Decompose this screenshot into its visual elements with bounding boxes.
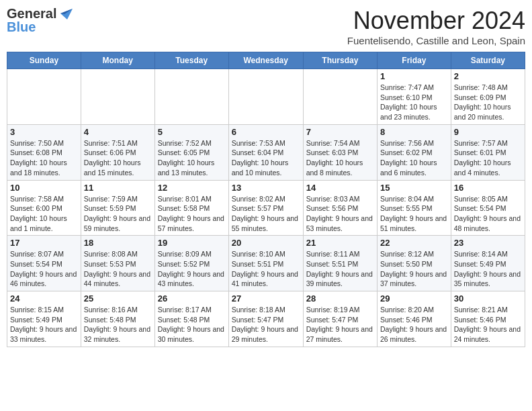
calendar-cell: 13Sunrise: 8:02 AM Sunset: 5:57 PM Dayli… — [228, 180, 303, 236]
calendar-week-row: 1Sunrise: 7:47 AM Sunset: 6:10 PM Daylig… — [7, 69, 525, 125]
calendar-cell — [154, 69, 228, 125]
calendar-cell — [7, 69, 81, 125]
day-number: 23 — [454, 238, 522, 248]
day-info: Sunrise: 8:16 AM Sunset: 5:48 PM Dayligh… — [84, 305, 152, 345]
day-number: 19 — [158, 238, 226, 248]
day-info: Sunrise: 7:48 AM Sunset: 6:09 PM Dayligh… — [454, 83, 522, 122]
day-info: Sunrise: 8:15 AM Sunset: 5:49 PM Dayligh… — [10, 305, 78, 345]
day-of-week-header: Friday — [377, 52, 451, 69]
day-number: 27 — [232, 293, 300, 304]
day-number: 3 — [10, 127, 78, 137]
month-title: November 2024 — [347, 7, 525, 35]
calendar-cell — [303, 69, 377, 125]
day-of-week-header: Monday — [81, 52, 154, 69]
day-info: Sunrise: 7:51 AM Sunset: 6:06 PM Dayligh… — [84, 138, 152, 178]
calendar-cell: 27Sunrise: 8:18 AM Sunset: 5:47 PM Dayli… — [228, 291, 303, 347]
day-info: Sunrise: 8:20 AM Sunset: 5:46 PM Dayligh… — [380, 305, 448, 345]
day-number: 17 — [10, 238, 78, 248]
calendar-week-row: 17Sunrise: 8:07 AM Sunset: 5:54 PM Dayli… — [7, 236, 525, 291]
calendar-cell: 16Sunrise: 8:05 AM Sunset: 5:54 PM Dayli… — [451, 180, 525, 236]
day-info: Sunrise: 8:09 AM Sunset: 5:52 PM Dayligh… — [158, 249, 226, 289]
day-number: 21 — [306, 238, 374, 248]
day-info: Sunrise: 8:19 AM Sunset: 5:47 PM Dayligh… — [306, 305, 374, 345]
calendar-cell: 25Sunrise: 8:16 AM Sunset: 5:48 PM Dayli… — [81, 291, 154, 347]
calendar-week-row: 10Sunrise: 7:58 AM Sunset: 6:00 PM Dayli… — [7, 180, 525, 236]
calendar-cell: 1Sunrise: 7:47 AM Sunset: 6:10 PM Daylig… — [377, 69, 451, 125]
calendar-cell: 23Sunrise: 8:14 AM Sunset: 5:49 PM Dayli… — [451, 236, 525, 291]
svg-marker-0 — [60, 9, 73, 19]
day-number: 4 — [84, 127, 152, 137]
day-info: Sunrise: 8:03 AM Sunset: 5:56 PM Dayligh… — [306, 194, 374, 234]
day-number: 9 — [454, 127, 522, 137]
calendar-cell: 21Sunrise: 8:11 AM Sunset: 5:51 PM Dayli… — [303, 236, 377, 291]
day-number: 14 — [306, 183, 374, 193]
day-number: 6 — [232, 127, 300, 137]
day-number: 1 — [380, 71, 448, 81]
day-of-week-header: Saturday — [451, 52, 525, 69]
calendar-cell: 18Sunrise: 8:08 AM Sunset: 5:53 PM Dayli… — [81, 236, 154, 291]
calendar-cell: 26Sunrise: 8:17 AM Sunset: 5:48 PM Dayli… — [154, 291, 228, 347]
calendar-table: SundayMondayTuesdayWednesdayThursdayFrid… — [7, 52, 525, 347]
calendar-cell: 4Sunrise: 7:51 AM Sunset: 6:06 PM Daylig… — [81, 124, 154, 180]
day-number: 5 — [158, 127, 226, 137]
day-info: Sunrise: 8:21 AM Sunset: 5:46 PM Dayligh… — [454, 305, 522, 345]
day-info: Sunrise: 8:07 AM Sunset: 5:54 PM Dayligh… — [10, 249, 78, 289]
day-info: Sunrise: 7:57 AM Sunset: 6:01 PM Dayligh… — [454, 138, 522, 178]
day-info: Sunrise: 7:47 AM Sunset: 6:10 PM Dayligh… — [380, 83, 448, 122]
day-info: Sunrise: 8:17 AM Sunset: 5:48 PM Dayligh… — [158, 305, 226, 345]
calendar-cell: 9Sunrise: 7:57 AM Sunset: 6:01 PM Daylig… — [451, 124, 525, 180]
day-info: Sunrise: 7:53 AM Sunset: 6:04 PM Dayligh… — [232, 138, 300, 178]
day-number: 11 — [84, 183, 152, 193]
day-number: 15 — [380, 183, 448, 193]
page-header: General Blue November 2024 Fuentelisendo… — [7, 7, 525, 46]
day-info: Sunrise: 8:14 AM Sunset: 5:49 PM Dayligh… — [454, 249, 522, 289]
day-number: 18 — [84, 238, 152, 248]
day-number: 13 — [232, 183, 300, 193]
day-info: Sunrise: 8:01 AM Sunset: 5:58 PM Dayligh… — [158, 194, 226, 234]
calendar-cell: 14Sunrise: 8:03 AM Sunset: 5:56 PM Dayli… — [303, 180, 377, 236]
calendar-cell — [228, 69, 303, 125]
day-info: Sunrise: 7:59 AM Sunset: 5:59 PM Dayligh… — [84, 194, 152, 234]
calendar-cell: 28Sunrise: 8:19 AM Sunset: 5:47 PM Dayli… — [303, 291, 377, 347]
logo-bird-icon — [58, 7, 73, 19]
day-info: Sunrise: 8:05 AM Sunset: 5:54 PM Dayligh… — [454, 194, 522, 234]
calendar-cell: 30Sunrise: 8:21 AM Sunset: 5:46 PM Dayli… — [451, 291, 525, 347]
calendar-cell — [81, 69, 154, 125]
day-number: 2 — [454, 71, 522, 81]
day-number: 16 — [454, 183, 522, 193]
calendar-cell: 8Sunrise: 7:56 AM Sunset: 6:02 PM Daylig… — [377, 124, 451, 180]
calendar-cell: 5Sunrise: 7:52 AM Sunset: 6:05 PM Daylig… — [154, 124, 228, 180]
day-number: 30 — [454, 293, 522, 304]
day-number: 10 — [10, 183, 78, 193]
calendar-cell: 15Sunrise: 8:04 AM Sunset: 5:55 PM Dayli… — [377, 180, 451, 236]
day-of-week-header: Sunday — [7, 52, 81, 69]
day-of-week-header: Wednesday — [228, 52, 303, 69]
calendar-week-row: 3Sunrise: 7:50 AM Sunset: 6:08 PM Daylig… — [7, 124, 525, 180]
logo: General Blue — [7, 7, 73, 34]
day-number: 29 — [380, 293, 448, 304]
calendar-cell: 11Sunrise: 7:59 AM Sunset: 5:59 PM Dayli… — [81, 180, 154, 236]
calendar-cell: 22Sunrise: 8:12 AM Sunset: 5:50 PM Dayli… — [377, 236, 451, 291]
title-block: November 2024 Fuentelisendo, Castille an… — [347, 7, 525, 46]
day-info: Sunrise: 7:50 AM Sunset: 6:08 PM Dayligh… — [10, 138, 78, 178]
day-info: Sunrise: 8:02 AM Sunset: 5:57 PM Dayligh… — [232, 194, 300, 234]
day-info: Sunrise: 8:12 AM Sunset: 5:50 PM Dayligh… — [380, 249, 448, 289]
calendar-cell: 6Sunrise: 7:53 AM Sunset: 6:04 PM Daylig… — [228, 124, 303, 180]
day-number: 7 — [306, 127, 374, 137]
day-of-week-header: Thursday — [303, 52, 377, 69]
calendar-cell: 17Sunrise: 8:07 AM Sunset: 5:54 PM Dayli… — [7, 236, 81, 291]
calendar-cell: 2Sunrise: 7:48 AM Sunset: 6:09 PM Daylig… — [451, 69, 525, 125]
day-of-week-header: Tuesday — [154, 52, 228, 69]
day-info: Sunrise: 8:08 AM Sunset: 5:53 PM Dayligh… — [84, 249, 152, 289]
day-number: 20 — [232, 238, 300, 248]
calendar-header-row: SundayMondayTuesdayWednesdayThursdayFrid… — [7, 52, 525, 69]
calendar-cell: 10Sunrise: 7:58 AM Sunset: 6:00 PM Dayli… — [7, 180, 81, 236]
day-number: 22 — [380, 238, 448, 248]
calendar-cell: 19Sunrise: 8:09 AM Sunset: 5:52 PM Dayli… — [154, 236, 228, 291]
day-info: Sunrise: 8:04 AM Sunset: 5:55 PM Dayligh… — [380, 194, 448, 234]
day-info: Sunrise: 7:56 AM Sunset: 6:02 PM Dayligh… — [380, 138, 448, 178]
calendar-cell: 12Sunrise: 8:01 AM Sunset: 5:58 PM Dayli… — [154, 180, 228, 236]
calendar-cell: 29Sunrise: 8:20 AM Sunset: 5:46 PM Dayli… — [377, 291, 451, 347]
day-number: 28 — [306, 293, 374, 304]
day-number: 24 — [10, 293, 78, 304]
